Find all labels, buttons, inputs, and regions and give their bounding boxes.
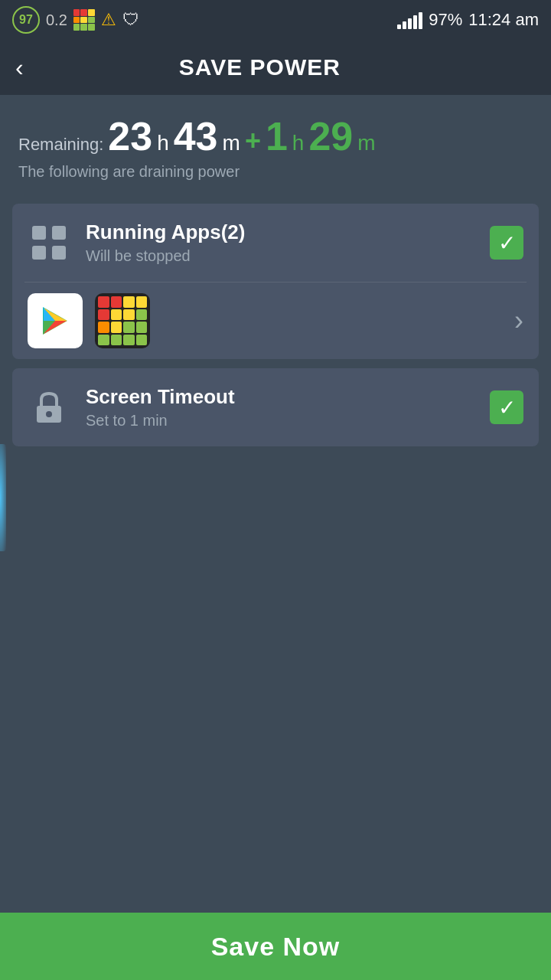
expand-chevron[interactable]: › (514, 305, 523, 337)
running-apps-title: Running Apps(2) (86, 220, 474, 244)
running-apps-card[interactable]: Running Apps(2) Will be stopped ✓ (12, 204, 539, 359)
remaining-label: Remaining: (18, 135, 103, 155)
checkmark-icon: ✓ (498, 230, 516, 256)
save-now-button[interactable]: Save Now (0, 913, 551, 980)
grid-icon (73, 9, 95, 31)
header: ‹ SAVE POWER (0, 40, 551, 95)
bonus-minutes-unit: m (357, 131, 375, 155)
svg-rect-2 (32, 246, 46, 260)
bonus-hours: 1 (266, 116, 288, 156)
minutes-unit: m (223, 131, 240, 155)
back-button[interactable]: ‹ (15, 54, 24, 82)
drain-text: The following are draining power (18, 163, 533, 181)
status-left: 97 0.2 ⚠ 🛡 (12, 6, 139, 34)
screen-timeout-text: Screen Timeout Set to 1 min (86, 385, 474, 430)
page-title: SAVE POWER (39, 54, 481, 80)
screen-timeout-title: Screen Timeout (86, 385, 474, 409)
checkmark-icon-2: ✓ (498, 395, 516, 420)
svg-rect-3 (52, 246, 66, 260)
bonus-hours-unit: h (292, 131, 305, 155)
remaining-minutes: 43 (174, 116, 218, 156)
screen-timeout-checkbox[interactable]: ✓ (490, 390, 523, 424)
battery-status: 97% (429, 10, 462, 30)
remaining-hours: 23 (108, 116, 152, 156)
save-now-label: Save Now (211, 932, 341, 962)
screen-timeout-row: Screen Timeout Set to 1 min ✓ (12, 368, 539, 446)
svg-point-6 (46, 411, 52, 417)
badge-number: 97 (19, 13, 33, 27)
running-apps-checkbox[interactable]: ✓ (490, 226, 523, 260)
screen-timeout-card[interactable]: Screen Timeout Set to 1 min ✓ (12, 368, 539, 446)
bonus-minutes: 29 (308, 116, 353, 156)
running-apps-subtitle: Will be stopped (86, 247, 474, 265)
play-store-icon (28, 293, 83, 348)
screen-timeout-subtitle: Set to 1 min (86, 412, 474, 430)
svg-rect-1 (52, 226, 66, 240)
battery-info: Remaining: 23 h 43 m + 1 h 29 m The foll… (0, 95, 551, 194)
cpu-badge: 97 (12, 6, 40, 34)
running-apps-row: Running Apps(2) Will be stopped ✓ (12, 204, 539, 282)
warning-icon: ⚠ (101, 10, 116, 30)
remaining-row: Remaining: 23 h 43 m + 1 h 29 m (18, 116, 533, 157)
svg-rect-0 (32, 226, 46, 240)
left-accent-glow (0, 444, 6, 551)
signal-bars (397, 11, 422, 29)
lock-icon (28, 386, 70, 429)
plus-sign: + (245, 125, 261, 157)
app-icons-row: › (12, 283, 539, 359)
status-bar: 97 0.2 ⚠ 🛡 97% 11:24 am (0, 0, 551, 40)
color-grid-app-icon (95, 293, 150, 348)
shield-icon: 🛡 (122, 10, 139, 30)
running-apps-text: Running Apps(2) Will be stopped (86, 220, 474, 265)
cpu-value: 0.2 (46, 11, 67, 29)
hours-unit: h (157, 131, 169, 155)
running-apps-icon (28, 221, 70, 264)
clock: 11:24 am (468, 10, 539, 30)
battery-percent: 97% (429, 10, 462, 30)
status-right: 97% 11:24 am (397, 10, 539, 30)
